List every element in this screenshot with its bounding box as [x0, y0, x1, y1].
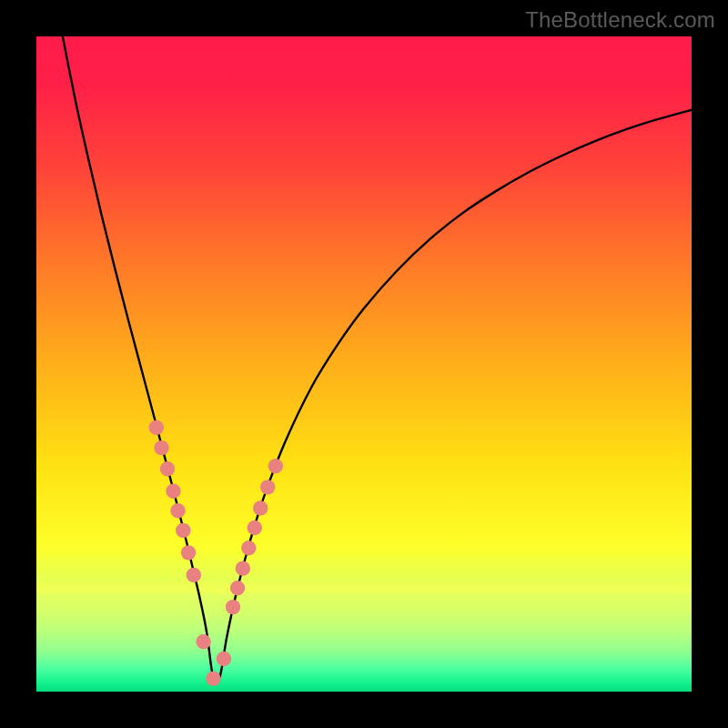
bottleneck-curve [63, 36, 692, 682]
marker-group [149, 420, 283, 686]
marker-dot [236, 561, 250, 575]
marker-dot [187, 568, 201, 582]
marker-dot [248, 521, 262, 535]
marker-dot [241, 541, 256, 555]
marker-dot [196, 634, 210, 649]
marker-dot [154, 440, 168, 455]
marker-dot [149, 420, 164, 435]
outer-frame: TheBottleneck.com [0, 0, 728, 728]
marker-dot [170, 503, 185, 518]
marker-dot [206, 671, 220, 685]
marker-dot [226, 600, 240, 614]
plot-area [36, 36, 692, 692]
chart-svg [36, 36, 692, 692]
marker-dot [160, 461, 175, 476]
marker-dot [230, 581, 245, 595]
credit-text: TheBottleneck.com [525, 7, 715, 33]
marker-dot [181, 545, 196, 560]
marker-dot [217, 652, 231, 666]
marker-dot [253, 500, 268, 515]
marker-dot [176, 523, 190, 538]
marker-dot [268, 459, 283, 473]
marker-dot [166, 483, 180, 498]
marker-dot [260, 480, 275, 494]
